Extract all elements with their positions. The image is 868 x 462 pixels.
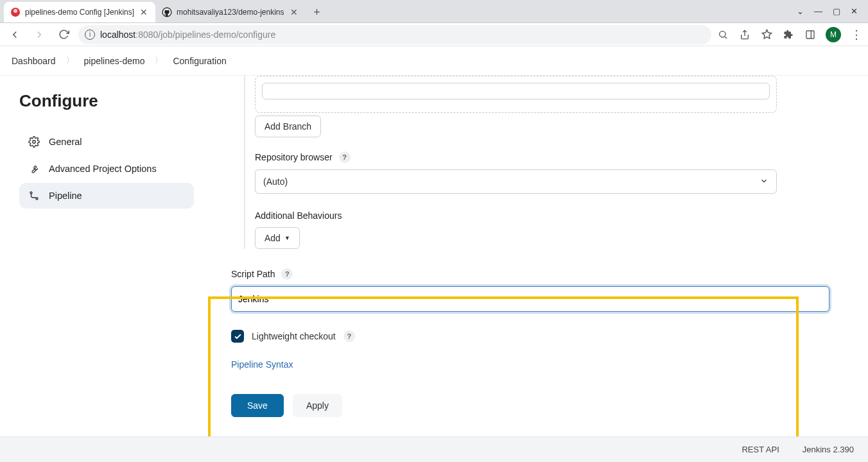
svg-line-4 <box>725 37 727 38</box>
sidebar-item-advanced[interactable]: Advanced Project Options <box>19 156 194 182</box>
github-favicon <box>162 7 172 17</box>
sidebar-item-label: Advanced Project Options <box>49 164 157 174</box>
browser-chrome: pipelines-demo Config [Jenkins] ✕ mohits… <box>0 0 868 46</box>
jenkins-page: Dashboard 〉 pipelines-demo 〉 Configurati… <box>0 46 868 462</box>
pipeline-icon <box>28 190 40 201</box>
sidebar-item-pipeline[interactable]: Pipeline <box>19 183 194 209</box>
select-value: (Auto) <box>263 176 288 187</box>
window-close-icon[interactable]: ✕ <box>851 6 858 16</box>
back-icon[interactable] <box>5 25 24 44</box>
help-icon[interactable]: ? <box>339 151 351 163</box>
repo-browser-select[interactable]: (Auto) <box>255 169 777 194</box>
more-icon[interactable]: ⋮ <box>850 28 863 41</box>
tab-title: pipelines-demo Config [Jenkins] <box>25 8 134 17</box>
tab-bar: pipelines-demo Config [Jenkins] ✕ mohits… <box>0 0 868 23</box>
extensions-icon[interactable] <box>782 28 795 41</box>
minimize-icon[interactable]: ― <box>814 6 822 16</box>
address-bar[interactable]: i localhost:8080/job/pipelines-demo/conf… <box>78 25 711 44</box>
apply-button[interactable]: Apply <box>293 394 342 417</box>
sidebar-item-label: General <box>49 137 82 147</box>
chevron-down-icon[interactable]: ⌄ <box>797 6 804 16</box>
main-content: Add Branch Repository browser ? (Auto) A… <box>205 76 868 462</box>
sidebar: Configure General Advanced Project Optio… <box>0 76 205 462</box>
save-button[interactable]: Save <box>231 394 284 417</box>
additional-behaviours-label: Additional Behaviours <box>255 210 777 221</box>
chevron-right-icon: 〉 <box>62 55 78 66</box>
browser-toolbar-icons: M ⋮ <box>716 27 863 42</box>
caret-down-icon: ▼ <box>284 235 290 241</box>
rest-api-link[interactable]: REST API <box>742 445 779 454</box>
profile-badge[interactable]: M <box>826 27 841 42</box>
page-title: Configure <box>19 91 194 111</box>
gear-icon <box>28 136 40 148</box>
breadcrumb-job[interactable]: pipelines-demo <box>83 53 146 69</box>
breadcrumb-current: Configuration <box>171 53 227 69</box>
pipeline-syntax-link[interactable]: Pipeline Syntax <box>231 359 293 370</box>
url-host: localhost <box>100 30 135 40</box>
window-controls: ⌄ ― ▢ ✕ <box>786 0 868 22</box>
add-behaviour-button[interactable]: Add ▼ <box>255 227 300 249</box>
breadcrumb-dashboard[interactable]: Dashboard <box>10 53 57 69</box>
form-actions: Save Apply <box>231 394 829 417</box>
branches-block <box>255 76 777 113</box>
browser-tab-active[interactable]: pipelines-demo Config [Jenkins] ✕ <box>4 2 155 22</box>
help-icon[interactable]: ? <box>281 268 293 280</box>
jenkins-favicon <box>10 7 21 17</box>
sidebar-item-label: Pipeline <box>49 191 82 201</box>
url-path: /job/pipelines-demo/configure <box>158 30 275 40</box>
script-path-block: Script Path ? Lightweight checkout ? Pip… <box>231 249 829 370</box>
browser-nav-bar: i localhost:8080/job/pipelines-demo/conf… <box>0 23 868 46</box>
repo-browser-label: Repository browser ? <box>255 151 777 163</box>
star-icon[interactable] <box>760 28 773 41</box>
chevron-down-icon <box>759 176 768 187</box>
close-icon[interactable]: ✕ <box>289 7 299 17</box>
forward-icon[interactable] <box>30 25 49 44</box>
panels-icon[interactable] <box>804 28 817 41</box>
svg-point-1 <box>13 9 17 13</box>
lightweight-checkout-row: Lightweight checkout ? <box>231 330 829 343</box>
branch-input-ghost[interactable] <box>262 83 770 99</box>
svg-marker-6 <box>762 30 771 38</box>
close-icon[interactable]: ✕ <box>139 7 149 17</box>
footer: REST API Jenkins 2.390 <box>0 436 868 462</box>
svg-point-10 <box>30 192 32 194</box>
url-port: :8080 <box>135 30 158 40</box>
lightweight-label: Lightweight checkout <box>252 331 336 341</box>
new-tab-button[interactable]: + <box>308 3 326 21</box>
svg-point-3 <box>720 31 725 37</box>
lightweight-checkbox[interactable] <box>231 330 244 343</box>
zoom-icon[interactable] <box>716 28 729 41</box>
svg-point-9 <box>33 141 36 144</box>
info-icon[interactable]: i <box>85 30 95 40</box>
svg-rect-7 <box>806 31 814 38</box>
sidebar-item-general[interactable]: General <box>19 129 194 155</box>
tab-title: mohitsavaliya123/demo-jenkins <box>177 8 284 17</box>
chevron-right-icon: 〉 <box>151 55 166 66</box>
share-icon[interactable] <box>738 28 751 41</box>
wrench-icon <box>28 163 40 175</box>
add-branch-button[interactable]: Add Branch <box>255 116 321 137</box>
reload-icon[interactable] <box>54 25 73 44</box>
breadcrumb: Dashboard 〉 pipelines-demo 〉 Configurati… <box>0 46 868 76</box>
script-path-label: Script Path ? <box>231 268 829 280</box>
svg-point-11 <box>36 198 38 200</box>
help-icon[interactable]: ? <box>343 330 355 342</box>
jenkins-version: Jenkins 2.390 <box>803 445 854 454</box>
script-path-input[interactable] <box>231 286 829 312</box>
maximize-icon[interactable]: ▢ <box>833 6 840 16</box>
browser-tab-inactive[interactable]: mohitsavaliya123/demo-jenkins ✕ <box>155 2 305 22</box>
